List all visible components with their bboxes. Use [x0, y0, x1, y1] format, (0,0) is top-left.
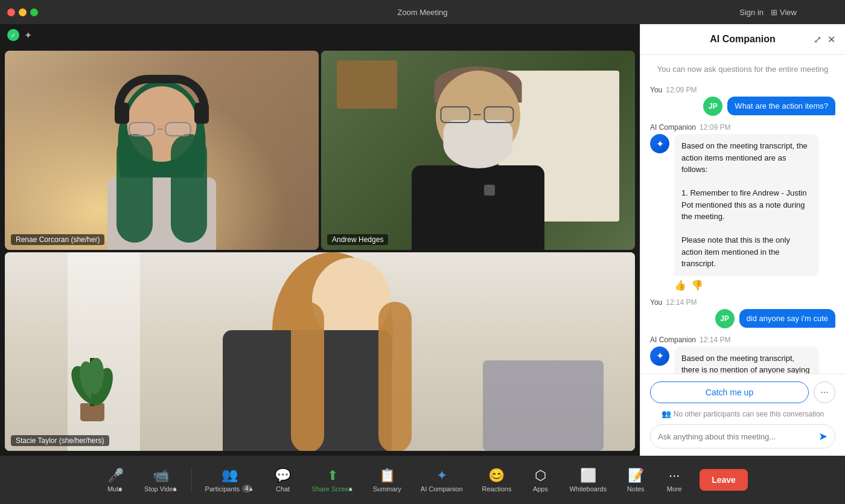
chat-button[interactable]: 💬 Chat	[265, 464, 301, 496]
close-panel-icon[interactable]: ✕	[827, 34, 835, 45]
notes-icon: 📝	[628, 468, 644, 483]
message-time-3: 12:14 PM	[666, 298, 697, 307]
ai-companion-button[interactable]: ✦ AI Companion	[412, 464, 471, 496]
close-button[interactable]	[7, 8, 15, 16]
sender-name-3: You	[650, 298, 662, 307]
ai-companion-icon: ✦	[436, 468, 447, 483]
sender-name-1: You	[650, 86, 662, 94]
summary-icon: 📋	[379, 468, 395, 483]
user-bubble-1: What are the action items?	[727, 97, 835, 115]
main-content: ✓ ✦	[0, 24, 845, 456]
sender-name-4: AI Companion	[650, 336, 696, 344]
notes-label: Notes	[627, 485, 645, 493]
traffic-lights	[0, 8, 38, 16]
chat-label: Chat	[276, 485, 290, 493]
ai-bubble-4: Based on the meeting transcript, there i…	[674, 346, 819, 374]
share-screen-button[interactable]: ⬆ Share Screen ▲	[304, 464, 362, 496]
ai-bubble-2: Based on the meeting transcript, the act…	[674, 134, 819, 276]
more-icon: ···	[669, 468, 680, 483]
stop-video-button[interactable]: 📹 Stop Video ▲	[136, 464, 187, 496]
video-area: ✓ ✦	[0, 24, 640, 456]
ai-input-field[interactable]	[658, 432, 818, 441]
video-cell-andrew[interactable]: Andrew Hedges	[321, 51, 635, 250]
reactions-icon: 😊	[488, 468, 505, 483]
ai-message-row-2: ✦ Based on the meeting transcript, the a…	[650, 134, 835, 276]
ai-companion-label: AI Companion	[421, 485, 463, 493]
message-group-3: You 12:14 PM JP did anyone say i'm cute	[650, 298, 835, 328]
message-sender-2: AI Companion 12:09 PM	[650, 123, 835, 132]
leave-button[interactable]: Leave	[700, 469, 748, 491]
message-sender-1: You 12:09 PM	[650, 86, 835, 94]
share-screen-label: Share Screen	[312, 485, 352, 493]
message-time-1: 12:09 PM	[666, 86, 697, 94]
user-avatar-3: JP	[715, 309, 735, 328]
participants-label: Participants	[205, 485, 240, 493]
catch-me-up-button[interactable]: Catch me up	[650, 381, 809, 403]
video-cell-stacie[interactable]: Stacie Taylor (she/her/hers)	[5, 252, 635, 451]
message-sender-4: AI Companion 12:14 PM	[650, 336, 835, 344]
sender-name-2: AI Companion	[650, 123, 696, 132]
ai-panel-title: AI Companion	[710, 34, 775, 45]
top-bar: ✓ ✦	[0, 24, 640, 46]
ai-input-row[interactable]: ➤	[650, 424, 835, 448]
message-group-2: AI Companion 12:09 PM ✦ Based on the mee…	[650, 123, 835, 291]
video-cell-renae[interactable]: Renae Corcoran (she/her)	[5, 51, 319, 250]
whiteboards-label: Whiteboards	[569, 485, 607, 493]
more-button[interactable]: ··· More	[656, 464, 692, 496]
participants-arrow-icon: ▲	[248, 485, 254, 492]
renae-name-label: Renae Corcoran (she/her)	[11, 234, 104, 245]
share-arrow-icon: ▲	[348, 485, 354, 492]
message-sender-3: You 12:14 PM	[650, 298, 835, 307]
notes-button[interactable]: 📝 Notes	[617, 464, 654, 496]
shield-icon: ✓	[7, 29, 19, 41]
mute-button[interactable]: 🎤 Mute ▲	[97, 464, 133, 496]
ai-companion-panel: AI Companion ⤢ ✕ You can now ask questio…	[640, 24, 845, 456]
apps-label: Apps	[533, 485, 548, 493]
summary-label: Summary	[373, 485, 401, 493]
privacy-note: 👥 No other participants can see this con…	[650, 409, 835, 418]
view-button[interactable]: ⊞ View	[771, 8, 797, 17]
grid-icon: ⊞	[771, 8, 777, 17]
send-button[interactable]: ➤	[818, 430, 827, 443]
user-bubble-3: did anyone say i'm cute	[739, 309, 835, 328]
privacy-icon: 👥	[662, 409, 671, 418]
chat-icon: 💬	[275, 468, 291, 483]
fullscreen-button[interactable]	[30, 8, 38, 16]
more-options-button[interactable]: ···	[814, 381, 835, 403]
title-bar-right: Sign in ⊞ View	[739, 8, 797, 17]
toolbar: 🎤 Mute ▲ 📹 Stop Video ▲ 👥 Participants 4…	[0, 456, 845, 504]
reactions-button[interactable]: 😊 Reactions	[474, 464, 520, 496]
share-screen-icon: ⬆	[327, 468, 338, 483]
minimize-button[interactable]	[19, 8, 27, 16]
thumbs-down-btn-2[interactable]: 👎	[691, 279, 703, 291]
apps-button[interactable]: ⬡ Apps	[522, 464, 558, 496]
whiteboards-icon: ⬜	[580, 468, 596, 483]
user-avatar-1: JP	[703, 97, 722, 116]
message-group-1: You 12:09 PM JP What are the action item…	[650, 86, 835, 116]
reaction-row-2: 👍 👎	[650, 279, 835, 291]
thumbs-up-btn-2[interactable]: 👍	[674, 279, 686, 291]
summary-button[interactable]: 📋 Summary	[365, 464, 410, 496]
ai-message-row-4: ✦ Based on the meeting transcript, there…	[650, 346, 835, 374]
ai-panel-actions: ⤢ ✕	[814, 34, 835, 45]
user-message-row-3: JP did anyone say i'm cute	[650, 309, 835, 328]
video-arrow-icon: ▲	[172, 485, 178, 492]
ai-bottom: Catch me up ··· 👥 No other participants …	[640, 374, 845, 456]
popout-icon[interactable]: ⤢	[814, 34, 821, 45]
divider-1	[191, 468, 192, 492]
ai-star-icon-4: ✦	[656, 350, 664, 362]
sign-in-link[interactable]: Sign in	[739, 8, 764, 17]
message-time-2: 12:09 PM	[700, 123, 730, 132]
more-label: More	[667, 485, 682, 493]
apps-icon: ⬡	[535, 468, 546, 483]
ai-avatar-2: ✦	[650, 134, 669, 153]
ai-info-text: You can now ask questions for the entire…	[650, 65, 835, 74]
video-grid: Renae Corcoran (she/her)	[0, 46, 640, 456]
andrew-name-label: Andrew Hedges	[327, 234, 388, 245]
whiteboards-button[interactable]: ⬜ Whiteboards	[561, 464, 615, 496]
mute-icon: 🎤	[107, 468, 124, 483]
reactions-label: Reactions	[482, 485, 512, 493]
video-icon: 📹	[153, 468, 169, 483]
message-time-4: 12:14 PM	[700, 336, 730, 344]
participants-button[interactable]: 👥 Participants 4 ▲	[197, 464, 263, 496]
